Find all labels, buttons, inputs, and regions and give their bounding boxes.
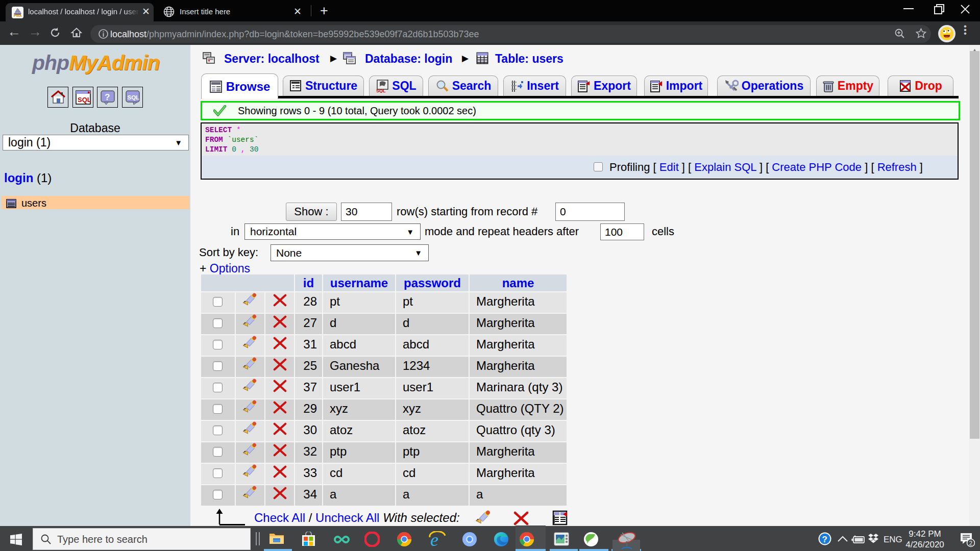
svg-text:?: ?: [105, 92, 110, 102]
svg-text:SQL: SQL: [376, 88, 386, 93]
svg-text:?: ?: [822, 535, 827, 544]
svg-text:2: 2: [969, 540, 973, 547]
svg-text:SQL: SQL: [78, 96, 91, 104]
svg-text:SQL: SQL: [128, 94, 140, 101]
svg-text:PMA: PMA: [14, 14, 22, 17]
